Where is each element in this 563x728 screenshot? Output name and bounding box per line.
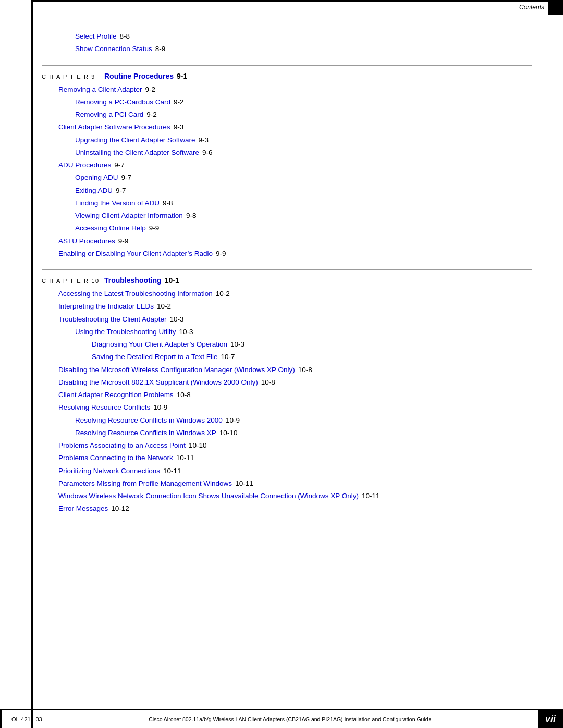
toc-link[interactable]: Opening ADU [75, 172, 118, 183]
chapter-title-link[interactable]: Troubleshooting [104, 276, 162, 285]
list-item: Accessing the Latest Troubleshooting Inf… [58, 289, 532, 299]
toc-link[interactable]: Disabling the Microsoft 802.1X Supplican… [58, 377, 258, 388]
list-item: Resolving Resource Conflicts10-9 [58, 402, 532, 413]
chapter-label: C H A P T E R 10 [42, 277, 104, 284]
toc-page: 9-7 [121, 172, 132, 183]
toc-link[interactable]: Accessing Online Help [75, 223, 146, 233]
toc-page: 9-9 [216, 249, 226, 259]
toc-link[interactable]: Accessing the Latest Troubleshooting Inf… [58, 289, 213, 299]
toc-link[interactable]: Resolving Resource Conflicts [58, 402, 150, 413]
list-item: Windows Wireless Network Connection Icon… [58, 491, 532, 501]
toc-page: 9-7 [116, 186, 126, 196]
toc-link[interactable]: Diagnosing Your Client Adapter’s Operati… [92, 339, 227, 350]
toc-link[interactable]: Enabling or Disabling Your Client Adapte… [58, 249, 213, 259]
list-item: Using the Troubleshooting Utility10-3 [75, 327, 532, 337]
list-item: Select Profile 8-8 [75, 31, 532, 42]
toc-page: 10-7 [221, 352, 235, 362]
toc-link[interactable]: Saving the Detailed Report to a Text Fil… [92, 352, 217, 362]
toc-link[interactable]: Disabling the Microsoft Wireless Configu… [58, 365, 295, 375]
toc-page: 10-8 [298, 365, 312, 375]
toc-link[interactable]: Client Adapter Software Procedures [58, 122, 170, 132]
chapters-container: C H A P T E R 9Routine Procedures9-1Remo… [42, 65, 532, 514]
toc-page: 10-11 [235, 478, 253, 489]
toc-page: 9-3 [198, 135, 209, 145]
toc-page: 9-9 [149, 223, 160, 233]
list-item: Removing a PCI Card9-2 [75, 109, 532, 120]
toc-page: 10-2 [216, 289, 230, 299]
toc-page: 8-9 [155, 44, 166, 54]
toc-link[interactable]: Removing a Client Adapter [58, 84, 142, 95]
list-item: Resolving Resource Conflicts in Windows … [75, 428, 532, 438]
toc-link[interactable]: Prioritizing Network Connections [58, 466, 160, 476]
toc-link[interactable]: Viewing Client Adapter Information [75, 211, 183, 221]
toc-link[interactable]: Problems Associating to an Access Point [58, 440, 186, 451]
list-item: Disabling the Microsoft 802.1X Supplican… [58, 377, 532, 388]
toc-page: 10-9 [153, 402, 167, 413]
toc-page: 9-2 [174, 97, 184, 107]
footer-left-bar [0, 710, 2, 728]
list-item: Prioritizing Network Connections10-11 [58, 466, 532, 476]
toc-page: 9-2 [146, 109, 157, 120]
list-item: Troubleshooting the Client Adapter10-3 [58, 314, 532, 325]
toc-page: 10-8 [177, 390, 191, 400]
toc-page: 10-10 [219, 428, 238, 438]
main-content: Select Profile 8-8 Show Connection Statu… [42, 0, 532, 556]
chapter-title-link[interactable]: Routine Procedures [104, 72, 174, 80]
top-entries-section: Select Profile 8-8 Show Connection Statu… [42, 31, 532, 55]
toc-page: 9-8 [186, 211, 197, 221]
list-item: ASTU Procedures9-9 [58, 236, 532, 246]
toc-link[interactable]: Resolving Resource Conflicts in Windows … [75, 415, 223, 426]
toc-link[interactable]: Client Adapter Recognition Problems [58, 390, 174, 400]
toc-link[interactable]: Uninstalling the Client Adapter Software [75, 147, 199, 158]
list-item: Parameters Missing from Profile Manageme… [58, 478, 532, 489]
toc-link[interactable]: Using the Troubleshooting Utility [75, 327, 176, 337]
toc-section: Removing a Client Adapter9-2Removing a P… [42, 84, 532, 260]
toc-link[interactable]: Parameters Missing from Profile Manageme… [58, 478, 232, 489]
toc-section: Accessing the Latest Troubleshooting Inf… [42, 289, 532, 514]
toc-link[interactable]: Removing a PCI Card [75, 109, 143, 120]
toc-page: 10-3 [230, 339, 244, 350]
list-item: Accessing Online Help9-9 [75, 223, 532, 233]
toc-link[interactable]: Interpreting the Indicator LEDs [58, 301, 154, 312]
toc-page: 9-3 [174, 122, 184, 132]
toc-page: 10-11 [176, 453, 194, 463]
list-item: ADU Procedures9-7 [58, 160, 532, 170]
toc-link[interactable]: Exiting ADU [75, 186, 113, 196]
list-item: Disabling the Microsoft Wireless Configu… [58, 365, 532, 375]
toc-link[interactable]: Error Messages [58, 503, 108, 514]
list-item: Opening ADU9-7 [75, 172, 532, 183]
toc-page: 10-12 [111, 503, 129, 514]
list-item: Diagnosing Your Client Adapter’s Operati… [92, 339, 532, 350]
footer-doc-num: OL-4211-03 [11, 716, 42, 722]
header-black-bar [548, 0, 563, 15]
list-item: Uninstalling the Client Adapter Software… [75, 147, 532, 158]
footer-page-num: vii [538, 710, 563, 728]
toc-page: 10-3 [169, 314, 183, 325]
toc-link[interactable]: Finding the Version of ADU [75, 198, 160, 208]
list-item: Problems Associating to an Access Point1… [58, 440, 532, 451]
list-item: Removing a PC-Cardbus Card9-2 [75, 97, 532, 107]
toc-link[interactable]: Select Profile [75, 31, 117, 42]
toc-page: 8-8 [120, 31, 130, 42]
toc-link[interactable]: Upgrading the Client Adapter Software [75, 135, 195, 145]
list-item: Resolving Resource Conflicts in Windows … [75, 415, 532, 426]
toc-link[interactable]: Windows Wireless Network Connection Icon… [58, 491, 359, 501]
footer: OL-4211-03 Cisco Aironet 802.11a/b/g Wir… [0, 709, 563, 728]
list-item: Problems Connecting to the Network10-11 [58, 453, 532, 463]
header: Contents [519, 0, 563, 15]
toc-link[interactable]: Removing a PC-Cardbus Card [75, 97, 170, 107]
toc-page: 9-6 [202, 147, 213, 158]
toc-page: 10-11 [163, 466, 181, 476]
toc-link[interactable]: Show Connection Status [75, 44, 152, 54]
toc-link[interactable]: ASTU Procedures [58, 236, 115, 246]
toc-link[interactable]: Problems Connecting to the Network [58, 453, 173, 463]
list-item: Client Adapter Recognition Problems10-8 [58, 390, 532, 400]
chapter-row: C H A P T E R 9Routine Procedures9-1 [42, 65, 532, 80]
toc-page: 9-9 [118, 236, 129, 246]
toc-link[interactable]: ADU Procedures [58, 160, 111, 170]
toc-link[interactable]: Troubleshooting the Client Adapter [58, 314, 166, 325]
list-item: Finding the Version of ADU9-8 [75, 198, 532, 208]
toc-link[interactable]: Resolving Resource Conflicts in Windows … [75, 428, 216, 438]
list-item: Saving the Detailed Report to a Text Fil… [92, 352, 532, 362]
list-item: Upgrading the Client Adapter Software9-3 [75, 135, 532, 145]
